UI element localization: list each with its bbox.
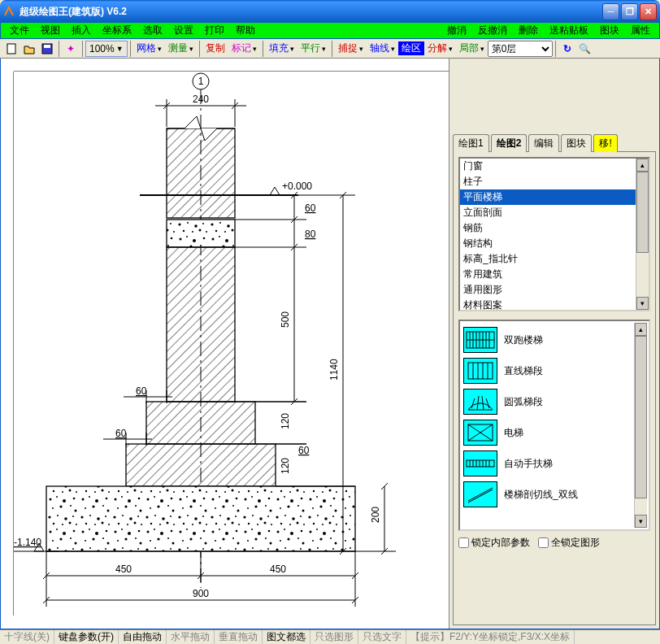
- grid-dropdown[interactable]: 网格▾: [133, 41, 165, 57]
- svg-line-108: [482, 396, 484, 410]
- scroll-up-icon[interactable]: ▴: [636, 159, 649, 172]
- scroll-down-icon[interactable]: ▾: [635, 515, 647, 528]
- decompose-dropdown[interactable]: 分解▾: [424, 41, 456, 57]
- category-list[interactable]: 门窗柱子平面楼梯立面剖面钢筋钢结构标高_指北针常用建筑通用图形材料图案厨卫设施施…: [458, 157, 650, 311]
- menu-delete[interactable]: 删除: [513, 24, 544, 37]
- axis-dropdown[interactable]: 轴线▾: [367, 41, 398, 57]
- refresh-icon[interactable]: ↻: [560, 41, 575, 56]
- status-item[interactable]: 垂直拖动: [215, 630, 263, 644]
- search-icon[interactable]: 🔍: [578, 41, 593, 56]
- category-item[interactable]: 常用建筑: [460, 267, 649, 282]
- partial-dropdown[interactable]: 局部▾: [456, 41, 488, 57]
- menu-redo[interactable]: 反撤消: [472, 24, 513, 37]
- app-icon: [3, 6, 15, 17]
- status-item[interactable]: 水平拖动: [167, 630, 215, 644]
- category-item[interactable]: 钢筋: [460, 220, 649, 236]
- menu-help[interactable]: 帮助: [230, 24, 261, 37]
- category-item[interactable]: 平面楼梯: [460, 189, 649, 205]
- titlebar: 超级绘图王(建筑版) V6.2 ─ ❐ ✕: [0, 0, 660, 23]
- svg-text:60: 60: [298, 445, 310, 456]
- tool-item[interactable]: 双跑楼梯: [462, 324, 634, 355]
- status-item[interactable]: 自由拖动: [119, 630, 167, 644]
- snap-dropdown[interactable]: 捕捉▾: [335, 41, 367, 57]
- tool-label: 圆弧梯段: [504, 395, 543, 409]
- svg-rect-35: [46, 486, 355, 551]
- minimize-button[interactable]: ─: [602, 3, 619, 20]
- svg-line-106: [471, 398, 475, 408]
- svg-text:120: 120: [280, 458, 291, 474]
- menu-attr[interactable]: 属性: [625, 24, 656, 37]
- lock-all-checkbox[interactable]: 全锁定图形: [538, 536, 600, 550]
- category-item[interactable]: 通用图形: [460, 282, 649, 298]
- menu-print[interactable]: 打印: [199, 24, 230, 37]
- copy-btn[interactable]: 复制: [202, 41, 228, 55]
- scroll-thumb[interactable]: [636, 172, 649, 253]
- tool-scrollbar[interactable]: ▴ ▾: [634, 323, 647, 528]
- svg-rect-2: [44, 45, 50, 48]
- menu-undo[interactable]: 撤消: [441, 24, 472, 37]
- status-item[interactable]: 图文都选: [263, 630, 310, 644]
- tool-item[interactable]: 楼梯剖切线_双线: [462, 479, 634, 510]
- svg-text:900: 900: [193, 588, 209, 599]
- status-item[interactable]: 【提示】F2/Y:Y坐标锁定,F3/X:X坐标: [406, 630, 575, 644]
- menu-block[interactable]: 图块: [594, 24, 625, 37]
- scroll-up-icon[interactable]: ▴: [635, 323, 647, 336]
- tool-label: 直线梯段: [504, 364, 543, 378]
- scroll-thumb[interactable]: [635, 336, 647, 498]
- elevator-icon: [463, 420, 497, 446]
- category-item[interactable]: 门窗: [460, 159, 649, 174]
- main: 1 240: [0, 59, 660, 629]
- category-item[interactable]: 材料图案: [460, 298, 649, 311]
- status-item[interactable]: 键盘参数(开): [54, 630, 119, 644]
- svg-text:450: 450: [115, 564, 132, 575]
- mark-dropdown[interactable]: 标记▾: [228, 41, 260, 57]
- drawarea-btn[interactable]: 绘区: [398, 41, 424, 55]
- status-item[interactable]: 十字线(关): [0, 630, 54, 644]
- menu-file[interactable]: 文件: [4, 24, 35, 37]
- new-icon[interactable]: [4, 41, 19, 56]
- svg-text:60: 60: [305, 202, 316, 214]
- tab-edit[interactable]: 编辑: [528, 134, 559, 152]
- category-item[interactable]: 柱子: [460, 174, 649, 189]
- tool-item[interactable]: 圆弧梯段: [462, 386, 634, 417]
- window-title: 超级绘图王(建筑版) V6.2: [20, 5, 601, 19]
- tool-item[interactable]: 自动手扶梯: [462, 448, 634, 479]
- close-button[interactable]: ✕: [640, 3, 657, 20]
- tab-shift[interactable]: 移!: [593, 134, 617, 152]
- tool-label: 双跑楼梯: [504, 333, 543, 347]
- tab-draw1[interactable]: 绘图1: [453, 134, 489, 152]
- category-item[interactable]: 标高_指北针: [460, 251, 649, 267]
- category-item[interactable]: 立面剖面: [460, 205, 649, 220]
- svg-rect-30: [167, 128, 235, 218]
- scroll-down-icon[interactable]: ▾: [636, 297, 649, 310]
- stair-double-icon: [463, 327, 497, 353]
- magic-icon[interactable]: ✦: [63, 41, 78, 56]
- tool-label: 电梯: [504, 426, 523, 440]
- menu-select[interactable]: 选取: [137, 24, 168, 37]
- measure-dropdown[interactable]: 测量▾: [165, 41, 197, 57]
- save-icon[interactable]: [40, 41, 54, 56]
- svg-text:120: 120: [280, 413, 291, 429]
- list-scrollbar[interactable]: ▴ ▾: [636, 159, 649, 310]
- parallel-dropdown[interactable]: 平行▾: [297, 41, 329, 57]
- open-icon[interactable]: [22, 41, 37, 56]
- tab-block[interactable]: 图块: [561, 134, 592, 152]
- status-item[interactable]: 只选图形: [310, 630, 358, 644]
- menu-insert[interactable]: 插入: [66, 24, 97, 37]
- fill-dropdown[interactable]: 填充▾: [266, 41, 297, 57]
- tool-item[interactable]: 直线梯段: [462, 355, 634, 386]
- category-item[interactable]: 钢结构: [460, 236, 649, 251]
- tool-item[interactable]: 电梯: [462, 417, 634, 448]
- status-item[interactable]: 只选文字: [358, 630, 406, 644]
- zoom-dropdown[interactable]: 100%▼: [85, 41, 128, 57]
- menu-view[interactable]: 视图: [35, 24, 66, 37]
- tab-draw2[interactable]: 绘图2: [491, 134, 528, 152]
- canvas-area[interactable]: 1 240: [1, 59, 449, 629]
- lock-internal-checkbox[interactable]: 锁定内部参数: [458, 536, 530, 550]
- toolbar: ✦ 100%▼ 网格▾ 测量▾ 复制 标记▾ 填充▾ 平行▾ 捕捉▾ 轴线▾ 绘…: [0, 39, 660, 59]
- menu-clipboard[interactable]: 送粘贴板: [544, 24, 594, 37]
- menu-settings[interactable]: 设置: [168, 24, 199, 37]
- maximize-button[interactable]: ❐: [621, 3, 638, 20]
- menu-coords[interactable]: 坐标系: [97, 24, 137, 37]
- layer-select[interactable]: 第0层: [488, 41, 553, 57]
